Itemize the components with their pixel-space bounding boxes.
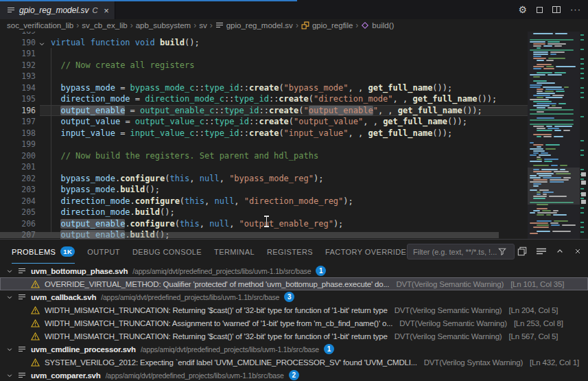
line-number[interactable]: 192: [0, 60, 36, 71]
minimap-line: [551, 165, 558, 166]
breadcrumb-item-build-[interactable]: build(): [361, 21, 394, 30]
collapse-all-icon[interactable]: [517, 246, 527, 256]
breadcrumb-separator: ›: [76, 21, 79, 30]
editor-tab-gpio-reg-model[interactable]: gpio_reg_model.sv C ×: [0, 1, 115, 19]
problem-file-row[interactable]: uvm_callback.svh/apps/amiq/dvt/predefine…: [0, 290, 588, 303]
line-number[interactable]: 200: [0, 150, 36, 162]
line-number[interactable]: 202: [0, 173, 36, 185]
problem-warning-row[interactable]: WIDTH_MISMATCH_TRUNCATION: Assignment to…: [0, 316, 588, 330]
breadcrumb-item-apb-subsystem[interactable]: apb_subsystem: [136, 21, 191, 30]
line-number[interactable]: 203: [0, 184, 36, 196]
line-number[interactable]: 196: [0, 105, 36, 117]
code-line-197[interactable]: 197 output_value = output_value_c::type_…: [0, 116, 588, 128]
breadcrumb-item-soc-verification-lib[interactable]: soc_verification_lib: [7, 21, 73, 30]
code-token: null: [200, 174, 220, 183]
panel-tab-terminal[interactable]: TERMINAL: [214, 240, 255, 264]
line-number[interactable]: 198: [0, 128, 36, 139]
problem-warning-row[interactable]: OVERRIDE_VIRTUAL_METHOD: Qualifier 'prot…: [0, 277, 588, 290]
chevron-up-icon[interactable]: [556, 247, 564, 255]
code-line-192[interactable]: 192 // Now create all registers: [0, 60, 588, 71]
problem-file-path: /apps/amiq/dvt/predefined_projects/libs/…: [132, 267, 311, 275]
code-token: direction_mode: [51, 207, 130, 217]
code-token: output_value_c: [135, 117, 204, 126]
code-line-191[interactable]: 191: [0, 48, 588, 60]
line-number[interactable]: 206: [0, 218, 36, 230]
line-number[interactable]: 193: [0, 71, 36, 82]
breadcrumb-item-gpio-regfile[interactable]: gpio_regfile: [301, 21, 353, 30]
code-line-202[interactable]: 202 bypass_mode.configure(this, null, "b…: [0, 173, 588, 185]
code-line-200[interactable]: 200 // Now build the registers. Set pare…: [0, 150, 588, 162]
breadcrumb-item-sv[interactable]: sv: [199, 21, 207, 30]
line-number[interactable]: 201: [0, 161, 36, 173]
line-number[interactable]: 189: [0, 32, 36, 37]
problems-list: uvm_bottomup_phase.svh/apps/amiq/dvt/pre…: [0, 264, 588, 381]
code-line-194[interactable]: 194 bypass_mode = bypass_mode_c::type_id…: [0, 82, 588, 94]
minimap-line: [537, 212, 557, 213]
layout-panel-icon[interactable]: [537, 7, 543, 13]
code-line-199[interactable]: 199: [0, 139, 588, 150]
code-text: output_enable = output_enable_c::type_id…: [51, 105, 482, 117]
code-line-206[interactable]: 206 output_enable.configure(this, null, …: [0, 218, 588, 230]
code-line-201[interactable]: 201: [0, 161, 588, 173]
code-line-198[interactable]: 198 input_value = input_value_c::type_id…: [0, 128, 588, 139]
line-number[interactable]: 204: [0, 196, 36, 207]
code-line-204[interactable]: 204 direction_mode.configure(this, null,…: [0, 196, 588, 207]
overview-ruler[interactable]: [580, 32, 588, 239]
line-number[interactable]: 199: [0, 139, 36, 150]
panel-tab-problems[interactable]: PROBLEMS1K: [12, 240, 75, 264]
problem-message: WIDTH_MISMATCH_TRUNCATION: Returning '$c…: [45, 332, 388, 340]
panel-tab-registers[interactable]: REGISTERS: [267, 240, 313, 264]
close-tab-icon[interactable]: ×: [104, 6, 109, 15]
minimap-line: [533, 165, 549, 166]
line-number[interactable]: 190: [0, 37, 36, 49]
settings-gear-icon[interactable]: ⚙: [518, 5, 527, 14]
problem-file-row[interactable]: uvm_cmdline_processor.svh/apps/amiq/dvt/…: [0, 343, 588, 356]
chevron-down-icon[interactable]: [6, 346, 13, 353]
code-line-193[interactable]: 193: [0, 71, 588, 82]
more-actions-icon[interactable]: ···: [570, 7, 581, 12]
code-line-203[interactable]: 203 bypass_mode.build();: [0, 184, 588, 196]
minimap-slider[interactable]: [528, 168, 580, 205]
problem-warning-row[interactable]: WIDTH_MISMATCH_TRUNCATION: Returning '$c…: [0, 330, 588, 343]
problems-count-badge: 1K: [60, 246, 75, 257]
problem-warning-row[interactable]: SYSTEM_VERILOG_2012: Expecting `endif la…: [0, 356, 588, 369]
panel-tab-output[interactable]: OUTPUT: [87, 240, 120, 264]
code-line-205[interactable]: 205 direction_mode.build();: [0, 207, 588, 218]
close-panel-icon[interactable]: [574, 247, 582, 255]
problem-file-row[interactable]: uvm_comparer.svh/apps/amiq/dvt/predefine…: [0, 369, 588, 381]
code-line-195[interactable]: 195 direction_mode = direction_mode_c::t…: [0, 93, 588, 105]
line-number[interactable]: 191: [0, 48, 36, 60]
line-number[interactable]: 195: [0, 93, 36, 105]
code-token: type_id: [214, 117, 249, 126]
overview-ruler-mark: [580, 73, 584, 74]
code-token: output_enable: [60, 106, 125, 115]
minimap[interactable]: [528, 32, 580, 239]
minimap-line: [543, 136, 552, 137]
code-token: output_enable: [309, 106, 373, 115]
code-line-196[interactable]: 196 output_enable = output_enable_c::typ…: [0, 105, 588, 117]
code-line-190[interactable]: 190virtual function void build();: [0, 37, 588, 49]
line-number[interactable]: 205: [0, 207, 36, 218]
panel-tab-debug-console[interactable]: DEBUG CONSOLE: [132, 240, 202, 264]
chevron-down-icon[interactable]: [6, 268, 13, 275]
code-editor[interactable]: 189190virtual function void build();1911…: [0, 32, 588, 239]
view-as-table-icon[interactable]: [537, 247, 546, 255]
minimap-line: [530, 222, 548, 224]
breadcrumb-item-sv-cb-ex-lib[interactable]: sv_cb_ex_lib: [82, 21, 127, 30]
line-number[interactable]: 194: [0, 82, 36, 94]
problem-warning-row[interactable]: WIDTH_MISMATCH_TRUNCATION: Returning '$c…: [0, 303, 588, 316]
code-line-189[interactable]: 189: [0, 32, 588, 37]
split-editor-icon[interactable]: [552, 6, 561, 13]
code-token: create: [279, 94, 308, 104]
chevron-down-icon[interactable]: [6, 294, 13, 301]
code-token: "direction_mode": [314, 94, 393, 104]
minimap-line: [530, 86, 541, 88]
problem-count-badge: 1: [316, 266, 326, 276]
code-token: create: [249, 128, 279, 138]
panel-tab-factory-overrides[interactable]: FACTORY OVERRIDES: [325, 240, 412, 264]
horizontal-scrollbar[interactable]: [0, 232, 499, 238]
line-number[interactable]: 197: [0, 116, 36, 128]
chevron-down-icon[interactable]: [6, 372, 13, 379]
problem-file-row[interactable]: uvm_bottomup_phase.svh/apps/amiq/dvt/pre…: [0, 264, 588, 277]
breadcrumb-item-gpio-reg-model-sv[interactable]: gpio_reg_model.sv: [215, 21, 293, 30]
